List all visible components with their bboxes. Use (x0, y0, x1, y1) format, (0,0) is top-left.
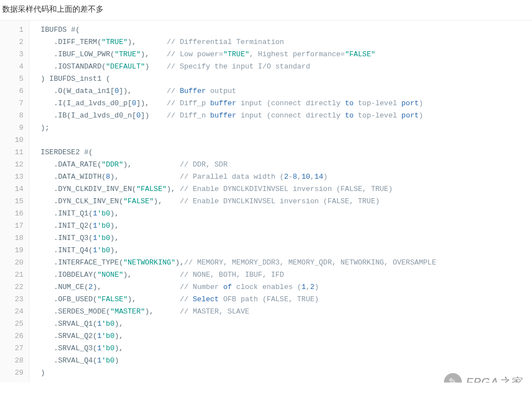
code-line: .SERDES_MODE("MASTER"), // MASTER, SLAVE (41, 306, 532, 318)
line-number: 5 (4, 73, 23, 85)
line-number: 3 (4, 48, 23, 61)
code-line: .IB(I_ad_lvds_d0_n[0]) // Diff_n buffer … (41, 110, 532, 122)
line-number: 19 (4, 244, 23, 257)
code-line: .DATA_RATE("DDR"), // DDR, SDR (41, 159, 532, 171)
code-line: .DATA_WIDTH(8), // Parallel data width (… (41, 171, 532, 183)
line-number: 27 (4, 342, 23, 355)
code-line: .O(W_data_in1[0]), // Buffer output (41, 85, 532, 97)
line-number: 21 (4, 269, 23, 281)
line-number: 6 (4, 85, 23, 97)
code-line: ) IBUFDS_inst1 ( (41, 73, 532, 85)
line-number: 15 (4, 195, 23, 208)
line-number: 14 (4, 183, 23, 195)
description-text: 数据采样代码和上面的差不多 (0, 0, 532, 20)
code-line: .SRVAL_Q4(1'b0) (41, 355, 532, 367)
line-number: 22 (4, 281, 23, 293)
line-number-gutter: 1234567891011121314151617181920212223242… (0, 21, 30, 383)
line-number: 17 (4, 220, 23, 232)
line-number: 12 (4, 159, 23, 171)
line-number: 16 (4, 208, 23, 220)
code-line: .IOSTANDARD("DEFAULT") // Specify the in… (41, 61, 532, 73)
code-line: IBUFDS #( (41, 24, 532, 36)
code-line: .DYN_CLKDIV_INV_EN("FALSE"), // Enable D… (41, 183, 532, 195)
line-number: 9 (4, 122, 23, 134)
line-number: 13 (4, 171, 23, 183)
line-number: 10 (4, 134, 23, 146)
watermark: ✎ FPGA之家 (444, 373, 522, 383)
line-number: 23 (4, 293, 23, 306)
code-line: ISERDESE2 #( (41, 146, 532, 159)
code-line: .I(I_ad_lvds_d0_p[0]), // Diff_p buffer … (41, 97, 532, 110)
code-line: .SRVAL_Q1(1'b0), (41, 318, 532, 330)
code-line: .DYN_CLK_INV_EN("FALSE"), // Enable DYNC… (41, 195, 532, 208)
code-line: .SRVAL_Q2(1'b0), (41, 330, 532, 342)
code-line: .IBUF_LOW_PWR("TRUE"), // Low power="TRU… (41, 48, 532, 61)
code-line: .INIT_Q1(1'b0), (41, 208, 532, 220)
line-number: 1 (4, 24, 23, 36)
watermark-text: FPGA之家 (466, 375, 522, 383)
watermark-icon: ✎ (444, 373, 462, 383)
line-number: 7 (4, 97, 23, 110)
line-number: 29 (4, 367, 23, 379)
code-line: .NUM_CE(2), // Number of clock enables (… (41, 281, 532, 293)
line-number: 8 (4, 110, 23, 122)
code-line: .INTERFACE_TYPE("NETWORKING"),// MEMORY,… (41, 257, 532, 269)
code-line: .INIT_Q3(1'b0), (41, 232, 532, 244)
line-number: 25 (4, 318, 23, 330)
line-number: 26 (4, 330, 23, 342)
code-line: .OFB_USED("FALSE"), // Select OFB path (… (41, 293, 532, 306)
line-number: 11 (4, 146, 23, 159)
line-number: 24 (4, 306, 23, 318)
line-number: 18 (4, 232, 23, 244)
code-line: .INIT_Q4(1'b0), (41, 244, 532, 257)
code-line (41, 134, 532, 146)
line-number: 28 (4, 355, 23, 367)
code-line: .INIT_Q2(1'b0), (41, 220, 532, 232)
code-line: .IOBDELAY("NONE"), // NONE, BOTH, IBUF, … (41, 269, 532, 281)
code-line: ); (41, 122, 532, 134)
line-number: 4 (4, 61, 23, 73)
line-number: 2 (4, 36, 23, 48)
code-line: .DIFF_TERM("TRUE"), // Differential Term… (41, 36, 532, 48)
code-content: IBUFDS #( .DIFF_TERM("TRUE"), // Differe… (30, 21, 532, 383)
code-block: 1234567891011121314151617181920212223242… (0, 20, 532, 383)
code-line: .SRVAL_Q3(1'b0), (41, 342, 532, 355)
line-number: 20 (4, 257, 23, 269)
